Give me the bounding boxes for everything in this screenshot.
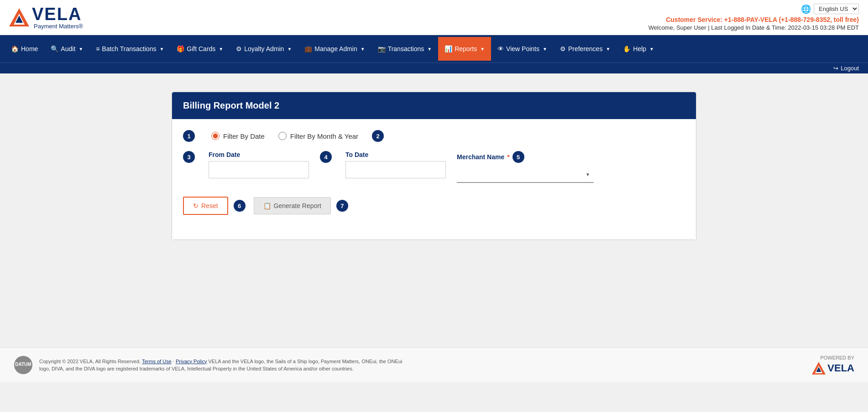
- viewpoints-caret: ▼: [543, 47, 547, 52]
- generate-report-button[interactable]: 📋 Generate Report: [254, 197, 331, 214]
- help-icon: ✋: [623, 45, 631, 52]
- nav-manage-label: Manage Admin: [314, 45, 357, 52]
- svg-text:DATUM: DATUM: [15, 362, 31, 367]
- nav-gift-cards[interactable]: 🎁 Gift Cards ▼: [170, 37, 230, 61]
- generate-label: Generate Report: [274, 202, 321, 209]
- nav-home-label: Home: [21, 45, 38, 52]
- footer: DATUM Copyright © 2022 VELA, All Rights …: [0, 347, 868, 382]
- nav-bar: 🏠 Home 🔍 Audit ▼ ≡ Batch Transactions ▼ …: [0, 35, 868, 63]
- nav-reports[interactable]: 📊 Reports ▼: [438, 37, 491, 61]
- filter-by-month-label: Filter By Month & Year: [290, 132, 358, 140]
- logo-area: VELA Payment Matters®: [9, 5, 83, 30]
- nav-preferences[interactable]: ⚙ Preferences ▼: [554, 37, 617, 61]
- giftcards-caret: ▼: [219, 47, 223, 52]
- logout-button[interactable]: ↪ Logout: [833, 65, 859, 72]
- transactions-icon: 📷: [378, 45, 386, 52]
- top-bar: VELA Payment Matters® 🌐 English US Custo…: [0, 0, 868, 35]
- to-date-input[interactable]: 2022-03-15: [345, 161, 446, 178]
- badge-to-date: 4: [320, 151, 332, 163]
- footer-left: DATUM Copyright © 2022 VELA, All Rights …: [14, 355, 404, 375]
- report-card: Billing Report Model 2 1 Filter By Date …: [172, 92, 696, 240]
- badge-reset: 6: [234, 200, 246, 212]
- help-caret: ▼: [649, 47, 654, 52]
- gift-icon: 🎁: [177, 45, 184, 52]
- home-icon: 🏠: [11, 45, 19, 52]
- globe-icon: 🌐: [801, 4, 811, 14]
- badge-from-date: 3: [183, 151, 195, 163]
- audit-caret: ▼: [78, 47, 83, 52]
- nav-loyalty-admin[interactable]: ⚙ Loyalty Admin ▼: [230, 37, 298, 61]
- footer-text: Copyright © 2022 VELA, All Rights Reserv…: [39, 358, 404, 373]
- nav-home[interactable]: 🏠 Home: [5, 37, 44, 61]
- customer-service: Customer Service: +1-888-PAY-VELA (+1-88…: [648, 16, 859, 23]
- filter-by-date-option[interactable]: Filter By Date: [211, 132, 265, 140]
- merchant-name-select[interactable]: [457, 166, 594, 183]
- manage-caret: ▼: [361, 47, 365, 52]
- logout-label: Logout: [841, 65, 859, 72]
- reports-icon: 📊: [444, 45, 452, 52]
- reset-label: Reset: [201, 202, 218, 209]
- powered-by-text: POWERED BY: [820, 355, 854, 360]
- footer-logo-text: VELA: [827, 362, 854, 374]
- loyalty-icon: ⚙: [236, 45, 242, 52]
- language-select[interactable]: English US: [814, 4, 859, 14]
- transactions-caret: ▼: [427, 47, 432, 52]
- merchant-required: *: [507, 153, 509, 161]
- loyalty-caret: ▼: [287, 47, 292, 52]
- nav-preferences-label: Preferences: [568, 45, 602, 52]
- privacy-link[interactable]: Privacy Policy: [176, 359, 207, 364]
- logo-sub: Payment Matters®: [34, 23, 83, 30]
- filter-by-month-radio[interactable]: [278, 132, 287, 140]
- nav-audit[interactable]: 🔍 Audit ▼: [44, 37, 89, 61]
- nav-viewpoints-label: View Points: [506, 45, 539, 52]
- logo-icon: [9, 7, 29, 27]
- fields-row: 3 From Date 2022-03-14 4 To Date 2022-03…: [183, 151, 685, 183]
- logo: VELA Payment Matters®: [9, 5, 83, 30]
- merchant-group: Merchant Name * 5: [457, 151, 594, 183]
- merchant-label: Merchant Name * 5: [457, 151, 594, 163]
- nav-manage-admin[interactable]: 💼 Manage Admin ▼: [298, 37, 371, 61]
- filter-options-row: 1 Filter By Date Filter By Month & Year …: [183, 130, 685, 142]
- nav-transactions-label: Transactions: [388, 45, 424, 52]
- nav-view-points[interactable]: 👁 View Points ▼: [491, 37, 554, 61]
- nav-loyalty-label: Loyalty Admin: [244, 45, 284, 52]
- footer-logo: VELA: [812, 361, 854, 375]
- badge-generate: 7: [336, 200, 348, 212]
- filter-by-month-year-option[interactable]: Filter By Month & Year: [278, 132, 358, 140]
- nav-giftcards-label: Gift Cards: [187, 45, 215, 52]
- nav-batch-transactions[interactable]: ≡ Batch Transactions ▼: [89, 37, 170, 61]
- badge-filter-radio: 1: [183, 130, 195, 142]
- logo-text: VELA: [32, 5, 83, 23]
- batch-icon: ≡: [96, 45, 99, 52]
- nav-help[interactable]: ✋ Help ▼: [617, 37, 660, 61]
- to-date-label: To Date: [345, 151, 446, 158]
- datum-logo: DATUM: [14, 355, 33, 375]
- welcome-text: Welcome, Super User | Last Logged In Dat…: [648, 24, 859, 31]
- nav-help-label: Help: [633, 45, 646, 52]
- preferences-icon: ⚙: [560, 45, 566, 52]
- footer-right: POWERED BY VELA: [812, 355, 854, 375]
- logout-icon: ↪: [833, 65, 838, 72]
- nav-audit-label: Audit: [61, 45, 75, 52]
- audit-icon: 🔍: [51, 45, 58, 52]
- viewpoints-icon: 👁: [497, 45, 504, 52]
- report-card-body: 1 Filter By Date Filter By Month & Year …: [172, 119, 696, 240]
- batch-caret: ▼: [159, 47, 164, 52]
- nav-batch-label: Batch Transactions: [102, 45, 156, 52]
- terms-link[interactable]: Terms of Use: [142, 359, 172, 364]
- from-date-input[interactable]: 2022-03-14: [209, 161, 309, 178]
- report-title: Billing Report Model 2: [183, 100, 279, 110]
- badge-merchant: 5: [512, 151, 524, 163]
- main-content: Billing Report Model 2 1 Filter By Date …: [0, 73, 868, 347]
- reset-icon: ↻: [193, 202, 199, 209]
- from-date-label: From Date: [209, 151, 309, 158]
- reset-button[interactable]: ↻ Reset: [183, 197, 228, 215]
- manage-icon: 💼: [304, 45, 312, 52]
- from-date-group: From Date 2022-03-14: [209, 151, 309, 178]
- to-date-group: To Date 2022-03-15: [345, 151, 446, 178]
- badge-filter-month: 2: [372, 130, 384, 142]
- filter-by-date-radio[interactable]: [211, 132, 220, 140]
- filter-by-date-label: Filter By Date: [223, 132, 265, 140]
- nav-transactions[interactable]: 📷 Transactions ▼: [371, 37, 439, 61]
- merchant-select-wrap: [457, 166, 594, 183]
